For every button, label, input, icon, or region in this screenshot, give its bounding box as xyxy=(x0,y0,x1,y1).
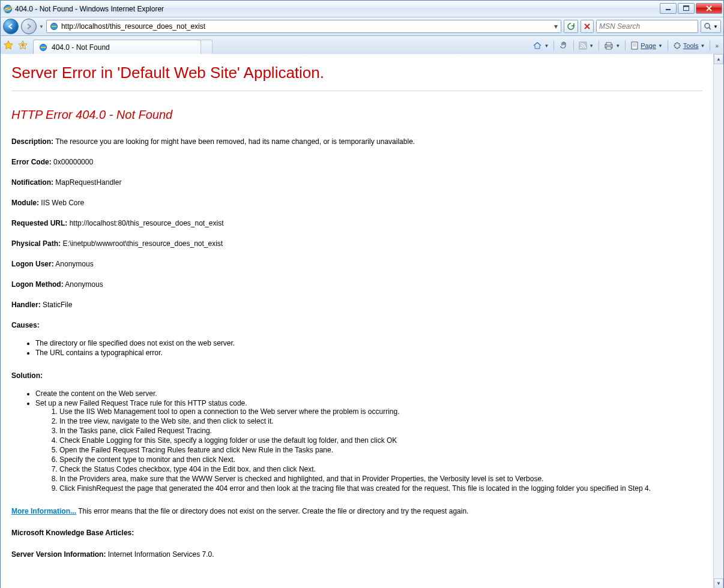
search-button[interactable]: ▼ xyxy=(701,20,721,33)
list-item: Specify the content type to monitor and … xyxy=(59,455,702,464)
new-tab-button[interactable] xyxy=(201,40,213,54)
page-icon xyxy=(49,22,59,31)
module-field: Module: IIS Web Core xyxy=(11,199,702,207)
svg-rect-4 xyxy=(684,6,689,7)
list-item: Check Enable Logging for this Site, spec… xyxy=(59,436,702,445)
description-field: Description: The resource you are lookin… xyxy=(11,137,702,146)
list-item-text: Set up a new Failed Request Trace rule f… xyxy=(35,399,247,407)
svg-point-9 xyxy=(581,47,582,49)
svg-rect-13 xyxy=(632,42,638,49)
server-error-heading: Server Error in 'Default Web Site' Appli… xyxy=(11,64,702,82)
add-favorite-icon[interactable] xyxy=(17,40,28,51)
back-button[interactable] xyxy=(3,19,19,34)
home-button[interactable]: ▼ xyxy=(530,40,551,52)
list-item: In the Providers area, make sure that th… xyxy=(59,475,702,483)
tools-menu-label: Tools xyxy=(683,42,699,49)
close-button[interactable] xyxy=(696,3,722,14)
tab-page-icon xyxy=(38,43,48,52)
error-code-field: Error Code: 0x00000000 xyxy=(11,158,702,166)
solution-heading: Solution: xyxy=(11,371,702,380)
physical-path-field: Physical Path: E:\inetpub\wwwroot\this_r… xyxy=(11,239,702,248)
kb-heading: Microsoft Knowledge Base Articles: xyxy=(11,529,702,537)
scroll-down-button[interactable]: ▼ xyxy=(714,578,723,588)
page-menu-label: Page xyxy=(641,42,656,49)
tools-menu[interactable]: Tools▼ xyxy=(671,40,708,51)
svg-rect-2 xyxy=(666,9,671,10)
list-item: The directory or file specified does not… xyxy=(35,339,702,347)
divider xyxy=(11,91,702,91)
http-error-heading: HTTP Error 404.0 - Not Found xyxy=(11,108,702,122)
print-button[interactable]: ▼ xyxy=(602,40,623,51)
logon-method-field: Logon Method: Anonymous xyxy=(11,280,702,289)
browser-tab[interactable]: 404.0 - Not Found xyxy=(33,40,201,54)
svg-rect-12 xyxy=(606,47,611,49)
minimize-button[interactable] xyxy=(660,3,677,14)
requested-url-field: Requested URL: http://localhost:80/this_… xyxy=(11,219,702,227)
forward-button[interactable] xyxy=(21,19,37,34)
scroll-up-button[interactable]: ▲ xyxy=(714,54,723,64)
page-menu[interactable]: Page▼ xyxy=(628,40,665,51)
command-row: 404.0 - Not Found ▼ ▼ ▼ Page▼ Tools▼ » xyxy=(0,36,724,54)
page-content: Server Error in 'Default Web Site' Appli… xyxy=(1,54,713,588)
favorites-star-icon[interactable] xyxy=(3,40,14,51)
address-bar[interactable]: ▾ xyxy=(46,20,561,33)
search-input[interactable] xyxy=(597,22,698,31)
window-title: 404.0 - Not Found - Windows Internet Exp… xyxy=(15,5,659,13)
titlebar: 404.0 - Not Found - Windows Internet Exp… xyxy=(0,0,724,17)
ie-icon xyxy=(3,4,13,14)
refresh-button[interactable] xyxy=(564,20,578,33)
causes-list: The directory or file specified does not… xyxy=(35,339,702,357)
content-area: Server Error in 'Default Web Site' Appli… xyxy=(0,54,724,588)
more-info-text: This error means that the file or direct… xyxy=(78,507,468,515)
list-item: Check the Status Codes checkbox, type 40… xyxy=(59,465,702,473)
logon-user-field: Logon User: Anonymous xyxy=(11,260,702,268)
feeds-button[interactable]: ▼ xyxy=(576,40,596,51)
svg-rect-11 xyxy=(606,43,611,45)
server-version-info: Server Version Information: Internet Inf… xyxy=(11,550,702,559)
address-input[interactable] xyxy=(61,21,551,32)
svg-point-6 xyxy=(705,23,710,28)
list-item: Create the content on the Web server. xyxy=(35,389,702,398)
nav-row: ▼ ▾ ▼ xyxy=(0,17,724,36)
list-item: In the tree view, navigate to the Web si… xyxy=(59,417,702,425)
causes-heading: Causes: xyxy=(11,321,702,329)
list-item: The URL contains a typographical error. xyxy=(35,349,702,357)
list-item: Open the Failed Request Tracing Rules fe… xyxy=(59,446,702,454)
search-box[interactable] xyxy=(596,20,698,33)
list-item: Use the IIS Web Management tool to open … xyxy=(59,407,702,416)
notification-field: Notification: MapRequestHandler xyxy=(11,178,702,187)
toolbar-overflow[interactable]: » xyxy=(713,43,721,49)
stop-button[interactable] xyxy=(581,20,594,33)
svg-point-15 xyxy=(676,45,678,47)
hand-tool-icon[interactable] xyxy=(557,40,571,52)
address-dropdown[interactable]: ▾ xyxy=(551,22,561,31)
list-item: In the Tasks pane, click Failed Request … xyxy=(59,427,702,435)
solution-list: Create the content on the Web server. Se… xyxy=(35,389,702,493)
solution-steps: Use the IIS Web Management tool to open … xyxy=(59,407,702,493)
more-info-section: More Information... This error means tha… xyxy=(11,507,702,515)
list-item: Set up a new Failed Request Trace rule f… xyxy=(35,399,702,493)
vertical-scrollbar[interactable]: ▲ ▼ xyxy=(713,54,723,588)
more-info-link[interactable]: More Information... xyxy=(11,507,76,515)
handler-field: Handler: StaticFile xyxy=(11,301,702,309)
tab-title: 404.0 - Not Found xyxy=(52,43,110,52)
list-item: Click FinishRequest the page that genera… xyxy=(59,484,702,493)
maximize-button[interactable] xyxy=(678,3,695,14)
scroll-track[interactable] xyxy=(714,64,723,578)
nav-history-dropdown[interactable]: ▼ xyxy=(39,24,44,29)
